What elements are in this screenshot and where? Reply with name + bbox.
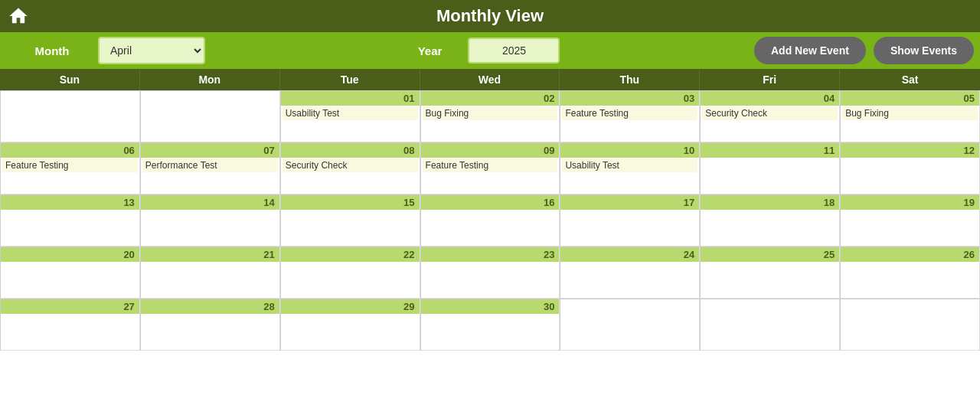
week-row-1: 01Usability Test02Bug Fixing03Feature Te… (0, 90, 980, 142)
day-header-mon: Mon (140, 69, 280, 90)
date-number: 24 (560, 247, 699, 262)
event-text: Usability Test (283, 106, 418, 120)
date-number: 17 (560, 195, 699, 210)
date-number: 30 (421, 299, 560, 314)
page-title: Monthly View (436, 6, 544, 25)
date-number: 23 (421, 247, 560, 262)
toolbar: Month April January February March May J… (0, 32, 980, 69)
cal-cell[interactable] (0, 90, 140, 142)
event-text: Usability Test (562, 158, 697, 172)
cal-cell[interactable]: 24 (560, 247, 700, 299)
cal-cell[interactable] (560, 299, 700, 351)
date-number: 16 (421, 195, 560, 210)
year-value: 2025 (468, 38, 560, 64)
day-header-wed: Wed (420, 69, 560, 90)
cal-cell[interactable]: 13 (0, 194, 140, 247)
date-number: 13 (1, 195, 139, 210)
date-number: 29 (281, 299, 420, 314)
date-number: 04 (701, 91, 839, 106)
event-text: Performance Test (142, 158, 278, 172)
cal-cell[interactable]: 27 (0, 299, 140, 351)
cal-cell[interactable]: 07Performance Test (140, 142, 280, 194)
date-number: 06 (1, 143, 139, 158)
cal-cell[interactable]: 02Bug Fixing (420, 90, 560, 142)
event-text: Feature Testing (562, 106, 697, 120)
date-number: 03 (560, 91, 699, 106)
cal-cell[interactable]: 14 (140, 194, 280, 247)
cal-cell[interactable]: 12 (840, 142, 980, 194)
cal-cell[interactable]: 20 (0, 247, 140, 299)
date-number: 09 (421, 143, 560, 158)
cal-cell[interactable]: 29 (280, 299, 420, 351)
week-row-3: 13141516171819 (0, 194, 980, 247)
date-number: 14 (141, 195, 279, 210)
date-number: 25 (701, 247, 839, 262)
cal-cell[interactable] (700, 299, 840, 351)
cal-cell[interactable]: 01Usability Test (280, 90, 420, 142)
calendar-header: SunMonTueWedThuFriSat (0, 69, 980, 90)
date-number: 26 (841, 247, 979, 262)
date-number: 22 (281, 247, 420, 262)
cal-cell[interactable]: 10Usability Test (560, 142, 700, 194)
date-number: 20 (1, 247, 139, 262)
show-events-button[interactable]: Show Events (874, 37, 974, 64)
week-row-5: 27282930 (0, 299, 980, 351)
event-text: Bug Fixing (842, 106, 978, 120)
cal-cell[interactable]: 26 (840, 247, 980, 299)
cal-cell[interactable]: 06Feature Testing (0, 142, 140, 194)
cal-cell[interactable] (140, 90, 280, 142)
day-header-thu: Thu (560, 69, 700, 90)
date-number: 07 (141, 143, 279, 158)
date-number: 19 (841, 195, 979, 210)
calendar-body: 01Usability Test02Bug Fixing03Feature Te… (0, 90, 980, 351)
cal-cell[interactable]: 04Security Check (700, 90, 840, 142)
cal-cell[interactable] (840, 299, 980, 351)
add-new-event-button[interactable]: Add New Event (754, 37, 866, 64)
cal-cell[interactable]: 28 (140, 299, 280, 351)
date-number: 10 (560, 143, 699, 158)
cal-cell[interactable]: 30 (420, 299, 560, 351)
day-header-fri: Fri (700, 69, 840, 90)
date-number: 28 (141, 299, 279, 314)
cal-cell[interactable]: 03Feature Testing (560, 90, 700, 142)
event-text: Feature Testing (2, 158, 138, 172)
event-text: Feature Testing (423, 158, 558, 172)
date-number: 11 (701, 143, 839, 158)
cal-cell[interactable]: 16 (420, 194, 560, 247)
cal-cell[interactable]: 19 (840, 194, 980, 247)
week-row-4: 20212223242526 (0, 247, 980, 299)
date-number: 21 (141, 247, 279, 262)
month-label: Month (6, 38, 98, 64)
week-row-2: 06Feature Testing07Performance Test08Sec… (0, 142, 980, 194)
event-text: Security Check (283, 158, 418, 172)
date-number: 15 (281, 195, 420, 210)
cal-cell[interactable]: 18 (700, 194, 840, 247)
cal-cell[interactable]: 23 (420, 247, 560, 299)
cal-cell[interactable]: 09Feature Testing (420, 142, 560, 194)
day-header-tue: Tue (280, 69, 420, 90)
day-header-sat: Sat (840, 69, 980, 90)
cal-cell[interactable]: 21 (140, 247, 280, 299)
cal-cell[interactable]: 25 (700, 247, 840, 299)
date-number: 05 (841, 91, 979, 106)
cal-cell[interactable]: 05Bug Fixing (840, 90, 980, 142)
date-number: 01 (281, 91, 420, 106)
cal-cell[interactable]: 17 (560, 194, 700, 247)
event-text: Security Check (702, 106, 838, 120)
home-icon[interactable] (8, 5, 29, 27)
event-text: Bug Fixing (423, 106, 558, 120)
month-select[interactable]: April January February March May June Ju… (98, 37, 205, 64)
date-number: 02 (421, 91, 560, 106)
cal-cell[interactable]: 11 (700, 142, 840, 194)
title-bar: Monthly View (0, 0, 980, 32)
year-label: Year (391, 38, 468, 64)
cal-cell[interactable]: 08Security Check (280, 142, 420, 194)
date-number: 18 (701, 195, 839, 210)
date-number: 08 (281, 143, 420, 158)
date-number: 12 (841, 143, 979, 158)
date-number: 27 (1, 299, 139, 314)
cal-cell[interactable]: 15 (280, 194, 420, 247)
day-header-sun: Sun (0, 69, 140, 90)
cal-cell[interactable]: 22 (280, 247, 420, 299)
